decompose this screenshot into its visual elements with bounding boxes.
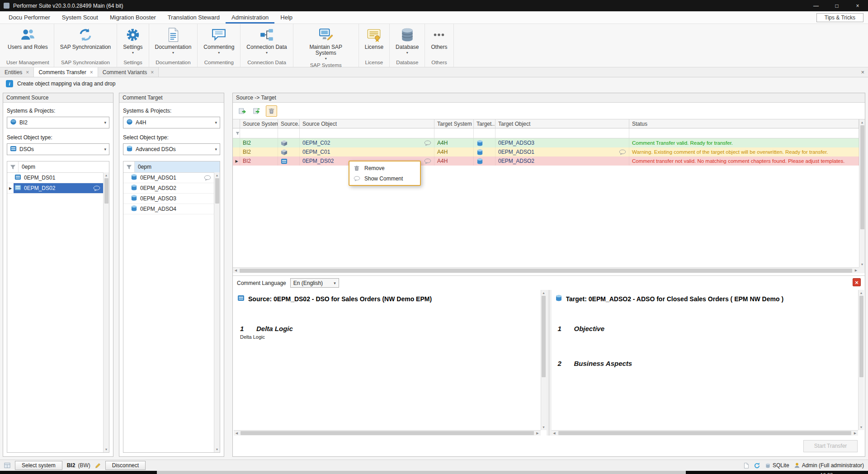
tabbar-close-icon[interactable]: × — [861, 67, 864, 77]
list-item-0epm-adso1[interactable]: 0EPM_ADSO1 — [123, 173, 214, 183]
scroll-right-icon[interactable]: ▶ — [853, 268, 859, 274]
comment-language-select[interactable]: En (English) ▾ — [290, 278, 339, 288]
tips-tricks-button[interactable]: Tips & Tricks — [816, 13, 863, 22]
scroll-thumb[interactable] — [558, 431, 852, 435]
mapping-row-valid[interactable]: BI2 0EPM_C02 A4H 0EPM_ADSO3 Comment Tran… — [233, 138, 859, 147]
tab-entities[interactable]: Entities × — [0, 67, 34, 77]
scroll-thumb[interactable] — [860, 125, 864, 229]
target-object-type-select[interactable]: Advanced DSOs ▾ — [123, 143, 220, 155]
scroll-right-icon[interactable]: ▶ — [535, 430, 541, 436]
preview-splitter[interactable] — [547, 290, 552, 436]
scroll-left-icon[interactable]: ◀ — [552, 430, 557, 436]
scroll-down-icon[interactable]: ▼ — [105, 446, 108, 452]
source-preview-vscrollbar[interactable]: ▲ ▼ — [541, 290, 547, 430]
expander-icon[interactable]: ▶ — [233, 156, 240, 166]
disconnect-button[interactable]: Disconnect — [105, 461, 146, 470]
scroll-up-icon[interactable]: ▲ — [542, 290, 545, 296]
scroll-down-icon[interactable]: ▼ — [216, 446, 219, 452]
mapping-table-hscrollbar[interactable]: ◀ ▶ — [233, 267, 859, 273]
menu-translation-steward[interactable]: Translation Steward — [162, 11, 226, 24]
scroll-up-icon[interactable]: ▲ — [860, 290, 863, 296]
mapping-row-warning[interactable]: BI2 0EPM_C01 A4H 0EPM_ADSO1 Warning. Exi… — [233, 147, 859, 156]
expander-icon[interactable]: ▶ — [7, 183, 14, 193]
settings-button[interactable]: Settings ▾ — [120, 26, 145, 55]
scroll-thumb[interactable] — [241, 431, 534, 435]
page-icon[interactable] — [743, 463, 749, 469]
scroll-thumb[interactable] — [215, 178, 219, 204]
mapping-filter-row — [233, 128, 859, 138]
target-filter-input[interactable]: 0epm — [135, 161, 220, 172]
pencil-icon[interactable] — [95, 463, 101, 469]
connection-data-button[interactable]: Connection Data ▾ — [244, 26, 289, 55]
target-preview-hscrollbar[interactable]: ◀ ▶ — [552, 430, 859, 436]
scroll-left-icon[interactable]: ◀ — [234, 430, 240, 436]
close-icon[interactable]: × — [847, 0, 868, 11]
maximize-icon[interactable]: □ — [826, 0, 847, 11]
source-preview-hscrollbar[interactable]: ◀ ▶ — [234, 430, 541, 436]
others-button[interactable]: Others — [428, 26, 450, 51]
scroll-right-icon[interactable]: ▶ — [852, 430, 858, 436]
scroll-down-icon[interactable]: ▼ — [860, 424, 863, 430]
maintain-sap-systems-button[interactable]: Maintain SAP Systems ▾ — [297, 26, 355, 61]
menu-docu-performer[interactable]: Docu Performer — [3, 11, 56, 24]
source-system-select[interactable]: BI2 ▾ — [7, 117, 109, 128]
minimize-icon[interactable]: — — [806, 0, 826, 11]
trash-icon — [353, 165, 360, 171]
menu-system-scout[interactable]: System Scout — [56, 11, 104, 24]
scroll-thumb[interactable] — [859, 296, 863, 377]
list-item-0epm-adso4[interactable]: 0EPM_ADSO4 — [123, 204, 214, 214]
tab-close-icon[interactable]: × — [90, 70, 93, 75]
scroll-thumb[interactable] — [104, 178, 108, 204]
start-transfer-button[interactable]: Start Transfer — [803, 440, 858, 452]
scroll-thumb[interactable] — [240, 269, 852, 273]
scroll-up-icon[interactable]: ▲ — [105, 172, 108, 178]
target-system-select[interactable]: A4H ▾ — [123, 117, 220, 128]
list-item-0epm-adso2[interactable]: 0EPM_ADSO2 — [123, 183, 214, 194]
mapping-row-error[interactable]: ▶ BI2 0EPM_DS02 A4H 0EPM_ADSO2 Comment t… — [233, 156, 859, 166]
menu-help[interactable]: Help — [274, 11, 298, 24]
tab-close-icon[interactable]: × — [26, 70, 29, 75]
tab-comment-variants[interactable]: Comment Variants × — [98, 67, 159, 77]
menu-migration-booster[interactable]: Migration Booster — [104, 11, 162, 24]
menu-administration[interactable]: Administration — [226, 11, 274, 24]
col-source-object[interactable]: Source Object — [300, 119, 434, 128]
col-source-type[interactable]: Source... — [278, 119, 300, 128]
source-list-scrollbar[interactable]: ▲ ▼ — [103, 172, 109, 452]
target-preview-vscrollbar[interactable]: ▲ ▼ — [858, 290, 864, 430]
scroll-up-icon[interactable]: ▲ — [861, 119, 864, 125]
remove-mapping-button[interactable] — [266, 105, 277, 117]
col-target-system[interactable]: Target System — [434, 119, 474, 128]
col-target-object[interactable]: Target Object — [495, 119, 629, 128]
select-system-button[interactable]: Select system — [15, 461, 62, 470]
sap-synchronization-button[interactable]: SAP Synchronization — [57, 26, 114, 51]
target-list-scrollbar[interactable]: ▲ ▼ — [214, 172, 220, 452]
col-source-system[interactable]: Source System — [240, 119, 278, 128]
tab-comments-transfer[interactable]: Comments Transfer × — [34, 67, 98, 77]
scroll-down-icon[interactable]: ▼ — [861, 261, 864, 267]
tab-close-icon[interactable]: × — [151, 70, 154, 75]
source-object-type-select[interactable]: DSOs ▾ — [7, 143, 109, 155]
transfer-single-button[interactable] — [237, 105, 248, 117]
documentation-button[interactable]: Documentation ▾ — [152, 26, 194, 55]
list-item-0epm-ds02-selected[interactable]: ▶ 0EPM_DS02 — [7, 183, 103, 194]
col-target-type[interactable]: Target... — [474, 119, 495, 128]
scroll-thumb[interactable] — [542, 296, 546, 377]
close-preview-button[interactable]: × — [853, 278, 861, 286]
commenting-button[interactable]: Commenting ▾ — [201, 26, 237, 55]
database-button[interactable]: Database ▾ — [393, 26, 421, 55]
transfer-all-button[interactable] — [251, 105, 263, 117]
refresh-icon[interactable] — [754, 462, 760, 469]
list-item-0epm-ds01[interactable]: 0EPM_DS01 — [7, 173, 103, 183]
scroll-up-icon[interactable]: ▲ — [216, 172, 219, 178]
context-menu-remove[interactable]: Remove — [350, 163, 419, 173]
list-item-0epm-adso3[interactable]: 0EPM_ADSO3 — [123, 194, 214, 204]
scroll-left-icon[interactable]: ◀ — [233, 268, 239, 274]
source-filter-input[interactable]: 0epm — [19, 161, 109, 172]
source-doc-heading: 1 Delta Logic — [240, 325, 540, 332]
mapping-table-vscrollbar[interactable]: ▲ ▼ — [859, 119, 865, 267]
col-status[interactable]: Status — [629, 119, 859, 128]
users-and-roles-button[interactable]: Users and Roles — [5, 26, 51, 51]
context-menu-show-comment[interactable]: Show Comment — [350, 173, 419, 184]
scroll-down-icon[interactable]: ▼ — [542, 424, 545, 430]
license-button[interactable]: License — [362, 26, 386, 51]
